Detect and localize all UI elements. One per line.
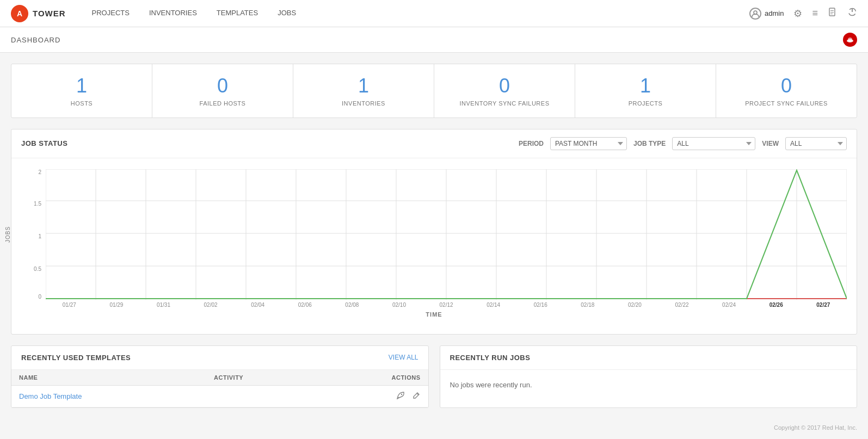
view-label: VIEW (762, 140, 779, 147)
list-icon[interactable]: ≡ (812, 8, 818, 19)
x-label-0220: 02/20 (611, 302, 658, 308)
period-select[interactable]: PAST MONTH PAST TWO WEEKS PAST WEEK PAST… (550, 137, 627, 150)
footer: Copyright © 2017 Red Hat, Inc. (0, 419, 868, 436)
x-label-0224: 02/24 (705, 302, 753, 308)
template-name-cell: Demo Job Template (11, 385, 206, 407)
bottom-row: RECENTLY USED TEMPLATES VIEW ALL NAME AC… (11, 345, 857, 408)
view-all-templates-link[interactable]: VIEW ALL (389, 354, 418, 361)
table-row: Demo Job Template (11, 385, 428, 407)
x-label-0216: 02/16 (517, 302, 564, 308)
jobs-panel-title: RECENTLY RUN JOBS (450, 354, 531, 362)
stat-projects-label: PROJECTS (583, 100, 707, 107)
job-type-label: JOB TYPE (633, 140, 666, 147)
x-label-0129: 01/29 (93, 302, 140, 308)
doc-icon[interactable] (828, 8, 838, 20)
job-status-title: JOB STATUS (21, 139, 67, 147)
stat-project-sync-failures-number: 0 (724, 75, 848, 97)
x-label-0127: 01/27 (46, 302, 93, 308)
col-actions: ACTIONS (318, 370, 428, 386)
y-axis-title: JOBS (5, 226, 11, 243)
stat-inventories-label: INVENTORIES (301, 100, 426, 107)
stat-failed-hosts[interactable]: 0 FAILED HOSTS (152, 64, 293, 118)
stat-project-sync-failures-label: PROJECT SYNC FAILURES (724, 100, 848, 107)
y-tick-1.5: 1.5 (34, 201, 41, 207)
col-activity: ACTIVITY (206, 370, 318, 386)
template-name-link[interactable]: Demo Job Template (19, 392, 82, 400)
breadcrumb-bar: DASHBOARD (0, 27, 868, 53)
panel-controls: PERIOD PAST MONTH PAST TWO WEEKS PAST WE… (519, 137, 847, 150)
chart-svg (46, 169, 847, 300)
x-label-0208: 02/08 (329, 302, 376, 308)
stat-inventory-sync-failures-label: INVENTORY SYNC FAILURES (442, 100, 567, 107)
top-nav: A TOWER PROJECTS INVENTORIES TEMPLATES J… (0, 0, 868, 27)
main-content: 1 HOSTS 0 FAILED HOSTS 1 INVENTORIES 0 I… (0, 53, 868, 419)
templates-table: NAME ACTIVITY ACTIONS Demo Job Template (11, 370, 428, 407)
stat-project-sync-failures[interactable]: 0 PROJECT SYNC FAILURES (716, 64, 857, 118)
x-label-0210: 02/10 (375, 302, 423, 308)
gear-icon[interactable]: ⚙ (793, 8, 802, 20)
recently-used-templates-panel: RECENTLY USED TEMPLATES VIEW ALL NAME AC… (11, 345, 429, 408)
stat-failed-hosts-label: FAILED HOSTS (161, 100, 285, 107)
power-icon[interactable] (847, 7, 857, 20)
x-label-0226: 02/26 (753, 302, 800, 308)
x-label-0214: 02/14 (470, 302, 517, 308)
stats-row: 1 HOSTS 0 FAILED HOSTS 1 INVENTORIES 0 I… (11, 64, 857, 118)
nav-right: admin ⚙ ≡ (749, 7, 857, 20)
tower-logo-icon: A (11, 5, 28, 22)
templates-panel-title: RECENTLY USED TEMPLATES (21, 354, 131, 362)
stat-hosts-number: 1 (20, 75, 144, 97)
stat-inventory-sync-failures-number: 0 (442, 75, 567, 97)
x-label-0218: 02/18 (564, 302, 612, 308)
x-label-0131: 01/31 (140, 302, 187, 308)
stat-hosts-label: HOSTS (20, 100, 144, 107)
stat-inventories-number: 1 (301, 75, 426, 97)
x-label-0202: 02/02 (187, 302, 235, 308)
x-label-0227: 02/27 (800, 302, 847, 308)
nav-projects[interactable]: PROJECTS (82, 0, 139, 27)
launch-icon[interactable] (396, 392, 407, 401)
stat-inventory-sync-failures[interactable]: 0 INVENTORY SYNC FAILURES (434, 64, 575, 118)
col-name: NAME (11, 370, 206, 386)
x-label-0206: 02/06 (281, 302, 329, 308)
x-label-0222: 02/22 (658, 302, 706, 308)
job-type-select[interactable]: ALL PLAYBOOK RUN SCM UPDATE INVENTORY UP… (672, 137, 755, 150)
nav-logo[interactable]: A TOWER (11, 5, 66, 22)
y-tick-0: 0 (38, 294, 41, 300)
stat-failed-hosts-number: 0 (161, 75, 285, 97)
svg-point-31 (401, 393, 402, 394)
svg-rect-2 (830, 10, 834, 11)
period-label: PERIOD (519, 140, 544, 147)
breadcrumb: DASHBOARD (11, 36, 60, 44)
x-label-0204: 02/04 (234, 302, 281, 308)
templates-table-header-row: NAME ACTIVITY ACTIONS (11, 370, 428, 386)
x-label-0212: 02/12 (423, 302, 470, 308)
nav-user[interactable]: admin (749, 8, 784, 20)
stat-hosts[interactable]: 1 HOSTS (11, 64, 152, 118)
stat-projects-number: 1 (583, 75, 707, 97)
footer-text: Copyright © 2017 Red Hat, Inc. (774, 424, 857, 431)
svg-rect-3 (830, 12, 834, 13)
y-tick-2: 2 (38, 169, 41, 175)
redhat-logo (843, 33, 857, 47)
recently-run-jobs-panel: RECENTLY RUN JOBS No jobs were recently … (440, 345, 858, 408)
view-select[interactable]: ALL SUCCESSFUL FAILED (785, 137, 847, 150)
no-jobs-message: No jobs were recently run. (440, 370, 857, 400)
nav-jobs[interactable]: JOBS (268, 0, 306, 27)
job-status-panel: JOB STATUS PERIOD PAST MONTH PAST TWO WE… (11, 129, 857, 335)
svg-point-8 (848, 38, 852, 42)
tower-logo-text: TOWER (33, 9, 66, 18)
y-tick-1: 1 (38, 233, 41, 239)
stat-projects[interactable]: 1 PROJECTS (575, 64, 716, 118)
stat-inventories[interactable]: 1 INVENTORIES (293, 64, 434, 118)
jobs-panel-header: RECENTLY RUN JOBS (440, 346, 857, 370)
x-axis-labels: 01/27 01/29 01/31 02/02 02/04 02/06 02/0… (46, 302, 847, 308)
user-avatar-icon (749, 8, 761, 20)
template-actions-cell (318, 385, 428, 407)
templates-panel-header: RECENTLY USED TEMPLATES VIEW ALL (11, 346, 428, 370)
edit-icon[interactable] (412, 392, 421, 401)
job-status-header: JOB STATUS PERIOD PAST MONTH PAST TWO WE… (11, 129, 857, 158)
nav-inventories[interactable]: INVENTORIES (139, 0, 207, 27)
nav-templates[interactable]: TEMPLATES (207, 0, 268, 27)
template-activity-cell (206, 385, 318, 407)
svg-point-0 (754, 11, 757, 14)
